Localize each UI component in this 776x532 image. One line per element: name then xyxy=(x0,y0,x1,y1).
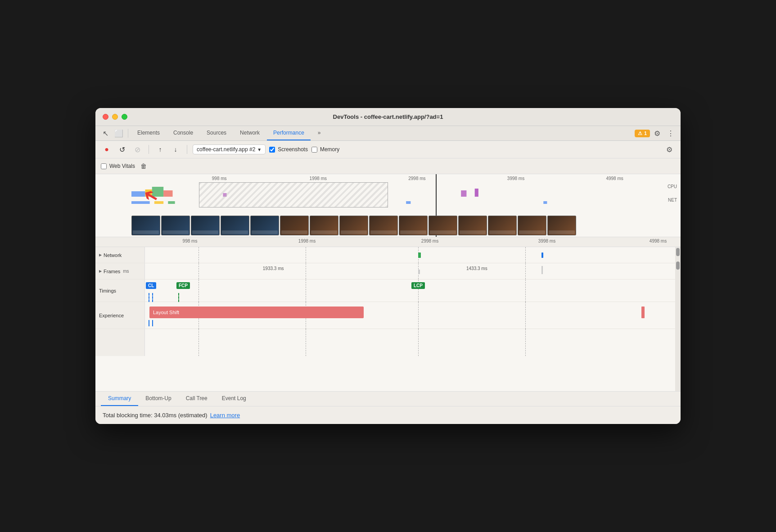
clear-button[interactable]: ⊘ xyxy=(131,144,143,155)
frames-expand-icon: ▶ xyxy=(99,269,102,273)
network-expand-icon: ▶ xyxy=(99,253,102,257)
detail-ruler-998: 998 ms xyxy=(183,239,198,243)
empty-dline-1 xyxy=(199,329,199,356)
tab-event-log[interactable]: Event Log xyxy=(215,392,253,406)
network-track-label[interactable]: ▶ Network xyxy=(95,247,145,263)
toolbar-sep-2 xyxy=(187,145,187,154)
close-button[interactable] xyxy=(103,114,108,120)
timing-fcp-badge: FCP xyxy=(176,282,190,289)
download-button[interactable]: ↓ xyxy=(170,144,181,155)
tab-console[interactable]: Console xyxy=(167,126,199,140)
dashed-line-2 xyxy=(306,247,306,263)
ruler-tick-5: 4998 ms xyxy=(606,176,623,181)
frame-value-1: 1933.3 ms xyxy=(263,266,284,271)
detail-ruler-2998: 2998 ms xyxy=(421,239,438,243)
notification-badge[interactable]: ⚠ 1 xyxy=(635,130,650,137)
detail-ruler-4998: 4998 ms xyxy=(650,239,667,243)
minimize-button[interactable] xyxy=(112,114,118,120)
ruler-tick-2: 1998 ms xyxy=(310,176,327,181)
overview-ruler: 998 ms 1998 ms 2998 ms 3998 ms 4998 ms xyxy=(131,174,681,182)
blocking-time-row: Total blocking time: 34.03ms (estimated)… xyxy=(103,412,673,419)
frame-value-2: 1433.3 ms xyxy=(466,266,487,271)
notification-count: 1 xyxy=(644,131,647,136)
overview-timeline[interactable]: 998 ms 1998 ms 2998 ms 3998 ms 4998 ms C… xyxy=(95,174,681,237)
blocking-time-text: Total blocking time: 34.03ms (estimated) xyxy=(103,412,208,419)
screenshot-thumb-2 xyxy=(161,216,190,235)
screenshot-thumb-4 xyxy=(221,216,249,235)
timings-track-row: Timings CL FCP LCP xyxy=(95,280,681,302)
upload-button[interactable]: ↑ xyxy=(154,144,166,155)
cursor-icon[interactable]: ↖ xyxy=(99,127,112,140)
devtools-window: DevTools - coffee-cart.netlify.app/?ad=1… xyxy=(95,108,681,424)
frames-track-label[interactable]: ▶ Frames ms xyxy=(95,263,145,279)
svg-rect-7 xyxy=(131,201,150,204)
settings-icon[interactable]: ⚙ xyxy=(651,127,663,140)
screenshot-thumb-8 xyxy=(339,216,368,235)
tab-elements[interactable]: Elements xyxy=(131,126,166,140)
profile-select[interactable]: coffee-cart.netlify.app #2 ▼ xyxy=(193,144,266,154)
empty-dline-3 xyxy=(418,329,419,356)
experience-track-content: Layout Shift xyxy=(145,302,681,329)
refresh-button[interactable]: ↺ xyxy=(116,144,128,155)
profile-name: coffee-cart.netlify.app #2 xyxy=(197,146,255,153)
tab-more[interactable]: » xyxy=(311,126,327,140)
layout-shift-small-bar xyxy=(641,307,645,318)
tab-summary[interactable]: Summary xyxy=(101,392,138,406)
selected-region[interactable] xyxy=(199,182,388,207)
webvitals-checkbox[interactable] xyxy=(101,163,107,169)
exp-dline-4 xyxy=(525,302,526,329)
timing-cl-badge: CL xyxy=(146,282,156,289)
svg-rect-6 xyxy=(475,189,478,197)
webvitals-label: Web Vitals xyxy=(109,163,135,169)
tab-sources[interactable]: Sources xyxy=(200,126,233,140)
frames-track-row: ▶ Frames ms 1933.3 ms 1433.3 ms xyxy=(95,263,681,280)
screenshot-thumb-12 xyxy=(458,216,487,235)
screenshot-thumb-13 xyxy=(488,216,517,235)
tab-call-tree[interactable]: Call Tree xyxy=(179,392,215,406)
tab-bottom-up[interactable]: Bottom-Up xyxy=(138,392,178,406)
ruler-tick-3: 2998 ms xyxy=(408,176,425,181)
delete-recording-button[interactable]: 🗑 xyxy=(139,161,149,171)
tab-bar-sep xyxy=(128,129,128,138)
capture-settings-icon[interactable]: ⚙ xyxy=(663,144,675,155)
frames-dline-2 xyxy=(306,263,306,279)
more-icon[interactable]: ⋮ xyxy=(664,127,677,140)
webvitals-bar: Web Vitals 🗑 xyxy=(95,158,681,174)
detail-ruler-1998: 1998 ms xyxy=(298,239,316,243)
device-icon[interactable]: ⬜ xyxy=(113,127,125,140)
layout-shift-label: Layout Shift xyxy=(153,310,179,315)
cl-dashed-line-2 xyxy=(152,293,153,302)
record-button[interactable]: ● xyxy=(101,144,113,155)
screenshots-checkbox-group: Screenshots xyxy=(269,146,308,153)
timings-dline-1 xyxy=(199,280,199,302)
svg-rect-11 xyxy=(543,201,547,204)
screenshots-checkbox[interactable] xyxy=(269,147,275,153)
detail-timeline: ▶ Network ▶ Frames ms xyxy=(95,247,681,391)
tab-performance[interactable]: Performance xyxy=(267,126,311,140)
maximize-button[interactable] xyxy=(122,114,127,120)
tab-network[interactable]: Network xyxy=(234,126,266,140)
frame-bar-2 xyxy=(541,266,543,274)
screenshots-strip xyxy=(131,215,681,236)
scrollbar-track[interactable] xyxy=(675,247,681,391)
detail-ruler-3998: 3998 ms xyxy=(538,239,555,243)
bottom-content: Total blocking time: 34.03ms (estimated)… xyxy=(95,406,681,424)
window-title: DevTools - coffee-cart.netlify.app/?ad=1 xyxy=(333,113,443,120)
learn-more-link[interactable]: Learn more xyxy=(210,412,240,419)
tab-bar: ↖ ⬜ Elements Console Sources Network Per… xyxy=(95,126,681,141)
experience-track-label[interactable]: Experience xyxy=(95,302,145,329)
memory-checkbox[interactable] xyxy=(311,147,317,153)
timing-lcp-badge: LCP xyxy=(411,282,425,289)
network-track-name: Network xyxy=(104,252,122,258)
network-track-content xyxy=(145,247,681,263)
detail-ruler: 998 ms 1998 ms 2998 ms 3998 ms 4998 ms xyxy=(95,237,681,247)
screenshot-thumb-5 xyxy=(250,216,279,235)
scrollbar-thumb-bottom[interactable] xyxy=(676,261,680,270)
frame-bar-1 xyxy=(418,270,420,274)
dashed-line-4 xyxy=(525,247,526,263)
title-bar: DevTools - coffee-cart.netlify.app/?ad=1 xyxy=(95,108,681,126)
timings-track-label[interactable]: Timings xyxy=(95,280,145,302)
cl-dashed-line xyxy=(149,293,149,302)
scrollbar-thumb-top[interactable] xyxy=(676,248,680,256)
empty-track-content xyxy=(145,329,681,356)
